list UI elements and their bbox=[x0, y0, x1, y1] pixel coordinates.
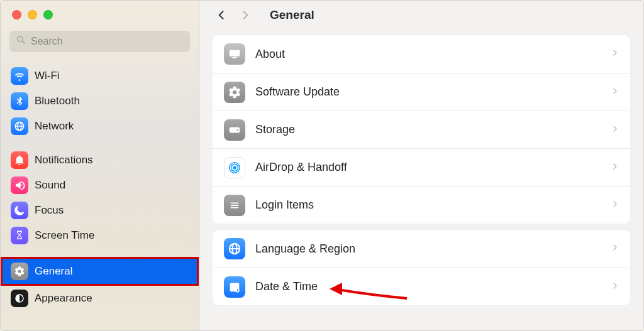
svg-rect-7 bbox=[231, 207, 239, 208]
chevron-right-icon bbox=[611, 198, 619, 212]
sidebar-group-network: Wi-Fi Bluetooth Network bbox=[1, 61, 199, 141]
chevron-right-icon bbox=[611, 85, 619, 99]
sidebar-item-general[interactable]: General bbox=[1, 257, 199, 286]
sidebar-item-label: Screen Time bbox=[35, 229, 94, 242]
sidebar-item-appearance[interactable]: Appearance bbox=[3, 286, 196, 311]
svg-point-1 bbox=[237, 129, 238, 130]
row-label: Login Items bbox=[255, 198, 601, 212]
sidebar-item-wifi[interactable]: Wi-Fi bbox=[3, 63, 196, 89]
row-label: Language & Region bbox=[255, 242, 601, 256]
globe-icon bbox=[224, 238, 245, 259]
gear-icon bbox=[11, 263, 28, 280]
nav-back-button[interactable] bbox=[211, 6, 232, 24]
list-icon bbox=[224, 195, 245, 216]
sidebar-item-label: Focus bbox=[35, 204, 64, 217]
globe-icon bbox=[11, 117, 28, 135]
row-label: About bbox=[255, 48, 601, 61]
chevron-right-icon bbox=[611, 280, 619, 294]
sidebar-item-label: Sound bbox=[35, 179, 65, 192]
sidebar-item-bluetooth[interactable]: Bluetooth bbox=[3, 89, 196, 114]
sidebar-item-label: General bbox=[35, 265, 72, 278]
sidebar-item-label: Appearance bbox=[35, 292, 92, 305]
sidebar-item-focus[interactable]: Focus bbox=[3, 198, 196, 223]
airdrop-icon bbox=[224, 157, 245, 178]
sidebar-item-notifications[interactable]: Notifications bbox=[3, 148, 196, 173]
row-date-time[interactable]: Date & Time bbox=[213, 268, 630, 305]
moon-icon bbox=[11, 202, 28, 219]
svg-rect-6 bbox=[231, 205, 239, 206]
settings-panel-2: Language & Region Date & Time bbox=[212, 229, 631, 306]
display-icon bbox=[224, 43, 245, 65]
window-traffic-lights bbox=[1, 1, 199, 27]
row-storage[interactable]: Storage bbox=[213, 111, 630, 148]
bell-icon bbox=[11, 151, 28, 169]
page-title: General bbox=[270, 8, 314, 22]
row-label: AirDrop & Handoff bbox=[255, 161, 601, 174]
search-icon bbox=[16, 35, 27, 48]
svg-rect-9 bbox=[230, 283, 240, 285]
sidebar-item-label: Network bbox=[35, 120, 74, 133]
row-software-update[interactable]: Software Update bbox=[213, 73, 630, 111]
calendar-icon bbox=[224, 276, 245, 298]
row-label: Date & Time bbox=[255, 280, 601, 293]
search-input[interactable] bbox=[31, 36, 184, 47]
disk-icon bbox=[224, 119, 245, 141]
gear-icon bbox=[224, 82, 245, 103]
settings-panel-1: About Software Update Storage AirDrop & … bbox=[212, 35, 631, 224]
minimize-window-button[interactable] bbox=[28, 10, 37, 19]
content-pane: General About Software Update Storage bbox=[199, 1, 643, 330]
chevron-right-icon bbox=[611, 161, 619, 175]
svg-point-2 bbox=[233, 166, 236, 170]
sidebar-item-label: Wi-Fi bbox=[35, 70, 60, 82]
sidebar-item-label: Bluetooth bbox=[35, 95, 80, 107]
sidebar-group-system: General Appearance bbox=[1, 251, 199, 313]
sidebar-item-sound[interactable]: Sound bbox=[3, 173, 196, 198]
chevron-right-icon bbox=[611, 47, 619, 61]
chevron-right-icon bbox=[611, 123, 619, 137]
close-window-button[interactable] bbox=[12, 10, 21, 19]
wifi-icon bbox=[11, 67, 28, 85]
sidebar-group-focus: Notifications Sound Focus Screen Time bbox=[1, 141, 199, 251]
sidebar-item-label: Notifications bbox=[35, 154, 93, 166]
hourglass-icon bbox=[11, 227, 28, 244]
nav-forward-button[interactable] bbox=[235, 6, 256, 24]
row-language-region[interactable]: Language & Region bbox=[213, 230, 630, 268]
row-about[interactable]: About bbox=[213, 35, 630, 73]
search-field[interactable] bbox=[9, 31, 190, 52]
sidebar-item-network[interactable]: Network bbox=[3, 114, 196, 139]
appearance-icon bbox=[11, 290, 28, 307]
row-label: Storage bbox=[255, 123, 601, 136]
sidebar: Wi-Fi Bluetooth Network Notifications bbox=[1, 1, 199, 330]
bluetooth-icon bbox=[11, 92, 28, 110]
svg-rect-5 bbox=[231, 202, 239, 203]
row-label: Software Update bbox=[255, 85, 601, 99]
sidebar-item-screen-time[interactable]: Screen Time bbox=[3, 223, 196, 248]
content-header: General bbox=[199, 1, 643, 30]
row-login-items[interactable]: Login Items bbox=[213, 186, 630, 224]
speaker-icon bbox=[11, 176, 28, 194]
maximize-window-button[interactable] bbox=[43, 10, 53, 19]
chevron-right-icon bbox=[611, 242, 619, 256]
row-airdrop-handoff[interactable]: AirDrop & Handoff bbox=[213, 148, 630, 186]
